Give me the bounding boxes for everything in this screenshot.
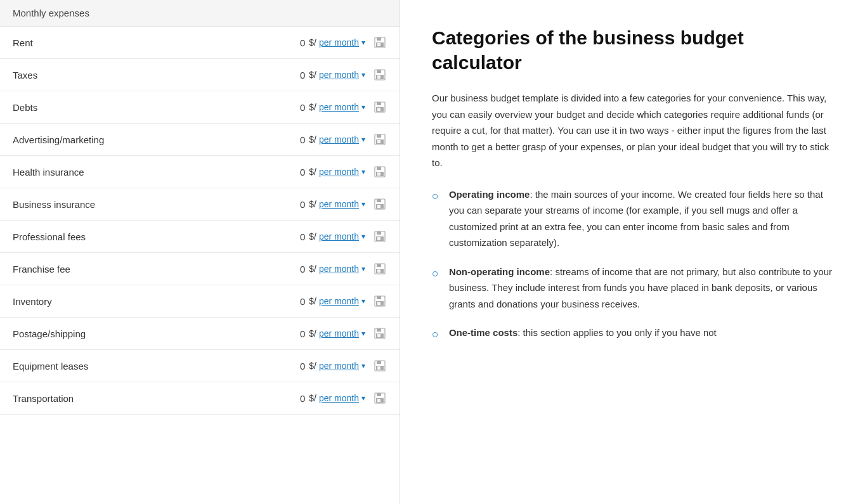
expense-label-taxes: Taxes xyxy=(13,70,300,81)
expense-label-postage-shipping: Postage/shipping xyxy=(13,328,300,339)
svg-rect-7 xyxy=(377,75,380,79)
bullet-text-non-operating-income: Non-operating income: streams of income … xyxy=(449,264,833,313)
per-month-link-business-insurance[interactable]: per month xyxy=(319,199,359,209)
expense-label-business-insurance: Business insurance xyxy=(13,199,300,210)
expense-value-debts: 0 xyxy=(300,102,305,113)
per-month-link-inventory[interactable]: per month xyxy=(319,296,359,306)
dropdown-arrow-professional-fees[interactable]: ▾ xyxy=(361,232,365,241)
expense-row-inventory: Inventory 0 $/per month▾ xyxy=(0,285,400,318)
bullet-item-operating-income: ○ Operating income: the main sources of … xyxy=(432,186,833,251)
bullet-item-non-operating-income: ○ Non-operating income: streams of incom… xyxy=(432,264,833,313)
save-icon-equipment-leases[interactable] xyxy=(373,359,387,373)
save-icon-inventory[interactable] xyxy=(373,294,387,308)
per-month-link-rent[interactable]: per month xyxy=(319,37,359,48)
svg-rect-35 xyxy=(377,302,380,305)
dropdown-arrow-equipment-leases[interactable]: ▾ xyxy=(361,361,365,370)
expense-label-equipment-leases: Equipment leases xyxy=(13,361,300,372)
bullet-text-one-time-costs: One-time costs: this section applies to … xyxy=(449,325,833,341)
expense-unit-advertising: $/per month▾ xyxy=(309,134,365,145)
save-icon-transportation[interactable] xyxy=(373,391,387,405)
dropdown-arrow-rent[interactable]: ▾ xyxy=(361,38,365,47)
expense-unit-inventory: $/per month▾ xyxy=(309,296,365,306)
expense-unit-taxes: $/per month▾ xyxy=(309,70,365,80)
expense-row-health-insurance: Health insurance 0 $/per month▾ xyxy=(0,156,400,188)
expense-label-debts: Debts xyxy=(13,102,300,113)
right-panel: Categories of the business budget calcul… xyxy=(400,0,865,504)
dollar-sign: $/ xyxy=(309,231,316,242)
svg-rect-15 xyxy=(377,140,380,143)
expense-row-transportation: Transportation 0 $/per month▾ xyxy=(0,382,400,415)
per-month-link-professional-fees[interactable]: per month xyxy=(319,231,359,242)
expense-row-debts: Debts 0 $/per month▾ xyxy=(0,91,400,124)
expense-unit-business-insurance: $/per month▾ xyxy=(309,199,365,209)
expense-row-advertising: Advertising/marketing 0 $/per month▾ xyxy=(0,124,400,156)
save-icon-professional-fees[interactable] xyxy=(373,229,387,243)
dropdown-arrow-debts[interactable]: ▾ xyxy=(361,103,365,112)
expense-value-transportation: 0 xyxy=(300,393,305,404)
per-month-link-health-insurance[interactable]: per month xyxy=(319,167,359,177)
svg-rect-31 xyxy=(377,269,380,273)
per-month-link-postage-shipping[interactable]: per month xyxy=(319,328,359,339)
dropdown-arrow-taxes[interactable]: ▾ xyxy=(361,70,365,79)
dollar-sign: $/ xyxy=(309,264,316,274)
dropdown-arrow-postage-shipping[interactable]: ▾ xyxy=(361,329,365,338)
svg-rect-11 xyxy=(377,108,380,111)
svg-rect-37 xyxy=(377,328,381,332)
dropdown-arrow-transportation[interactable]: ▾ xyxy=(361,394,365,403)
bullet-icon-operating-income: ○ xyxy=(432,188,439,205)
svg-rect-23 xyxy=(377,205,380,208)
expense-label-advertising: Advertising/marketing xyxy=(13,134,300,145)
save-icon-taxes[interactable] xyxy=(373,68,387,82)
per-month-link-debts[interactable]: per month xyxy=(319,102,359,112)
expense-row-rent: Rent 0 $/per month▾ xyxy=(0,27,400,59)
dropdown-arrow-advertising[interactable]: ▾ xyxy=(361,135,365,144)
expense-unit-health-insurance: $/per month▾ xyxy=(309,167,365,177)
expense-unit-equipment-leases: $/per month▾ xyxy=(309,361,365,371)
dropdown-arrow-business-insurance[interactable]: ▾ xyxy=(361,200,365,209)
dollar-sign: $/ xyxy=(309,134,316,145)
expense-value-taxes: 0 xyxy=(300,70,305,81)
svg-rect-43 xyxy=(377,366,380,370)
expense-value-franchise-fee: 0 xyxy=(300,264,305,275)
expense-label-health-insurance: Health insurance xyxy=(13,167,300,178)
dropdown-arrow-health-insurance[interactable]: ▾ xyxy=(361,167,365,176)
expense-value-advertising: 0 xyxy=(300,134,305,145)
dollar-sign: $/ xyxy=(309,37,316,48)
save-icon-health-insurance[interactable] xyxy=(373,165,387,179)
svg-rect-33 xyxy=(377,296,381,299)
svg-rect-45 xyxy=(377,393,381,396)
expense-label-transportation: Transportation xyxy=(13,393,300,404)
dropdown-arrow-inventory[interactable]: ▾ xyxy=(361,297,365,306)
dollar-sign: $/ xyxy=(309,167,316,177)
expense-rows-container: Rent 0 $/per month▾ Taxes 0 $/per month▾ xyxy=(0,27,400,415)
expense-unit-rent: $/per month▾ xyxy=(309,37,365,48)
per-month-link-franchise-fee[interactable]: per month xyxy=(319,264,359,274)
per-month-link-advertising[interactable]: per month xyxy=(319,134,359,145)
expense-value-inventory: 0 xyxy=(300,296,305,307)
per-month-link-transportation[interactable]: per month xyxy=(319,393,359,403)
expense-label-inventory: Inventory xyxy=(13,296,300,307)
per-month-link-equipment-leases[interactable]: per month xyxy=(319,361,359,371)
save-icon-business-insurance[interactable] xyxy=(373,197,387,211)
save-icon-advertising[interactable] xyxy=(373,132,387,146)
save-icon-rent[interactable] xyxy=(373,36,387,49)
dollar-sign: $/ xyxy=(309,199,316,209)
save-icon-debts[interactable] xyxy=(373,100,387,114)
save-icon-postage-shipping[interactable] xyxy=(373,326,387,340)
expense-value-rent: 0 xyxy=(300,37,305,48)
bullet-icon-one-time-costs: ○ xyxy=(432,326,439,343)
svg-rect-17 xyxy=(377,167,381,170)
dollar-sign: $/ xyxy=(309,361,316,371)
svg-rect-9 xyxy=(377,102,381,105)
expense-value-professional-fees: 0 xyxy=(300,231,305,242)
svg-rect-5 xyxy=(377,70,381,73)
dollar-sign: $/ xyxy=(309,328,316,339)
expense-value-health-insurance: 0 xyxy=(300,167,305,178)
save-icon-franchise-fee[interactable] xyxy=(373,262,387,276)
svg-rect-47 xyxy=(377,399,380,402)
per-month-link-taxes[interactable]: per month xyxy=(319,70,359,80)
dropdown-arrow-franchise-fee[interactable]: ▾ xyxy=(361,264,365,273)
expense-unit-postage-shipping: $/per month▾ xyxy=(309,328,365,339)
expense-value-business-insurance: 0 xyxy=(300,199,305,210)
page-title: Categories of the business budget calcul… xyxy=(432,25,833,75)
